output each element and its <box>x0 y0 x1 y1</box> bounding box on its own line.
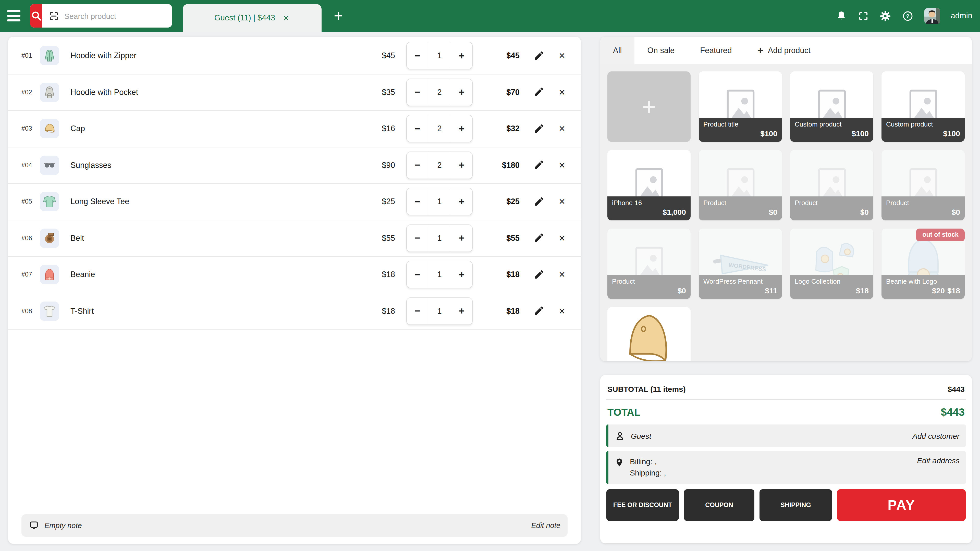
product-name: Product title <box>703 121 777 129</box>
decrease-quantity-button[interactable]: − <box>407 225 428 251</box>
increase-quantity-button[interactable]: + <box>451 225 472 251</box>
quantity-stepper: −2+ <box>406 151 473 179</box>
product-name: Hoodie with Pocket <box>70 88 351 97</box>
add-customer-button[interactable]: Add customer <box>912 431 959 440</box>
unit-price: $55 <box>351 233 395 243</box>
edit-item-button[interactable] <box>533 306 544 317</box>
edit-address-button[interactable]: Edit address <box>917 456 959 465</box>
new-order-tab-button[interactable]: + <box>334 8 343 24</box>
search-input[interactable] <box>64 11 166 20</box>
decrease-quantity-button[interactable]: − <box>407 152 428 179</box>
increase-quantity-button[interactable]: + <box>451 262 472 288</box>
notifications-bell-icon[interactable] <box>835 10 847 22</box>
product-name: Product <box>703 199 777 208</box>
customer-row[interactable]: Guest Add customer <box>606 424 966 447</box>
increase-quantity-button[interactable]: + <box>451 116 472 142</box>
quantity-value: 1 <box>428 298 451 324</box>
remove-item-button[interactable]: × <box>554 50 570 62</box>
total-value: $443 <box>941 406 965 418</box>
tab-all[interactable]: All <box>600 37 635 64</box>
search-button[interactable] <box>30 4 42 27</box>
order-note-bar[interactable]: Empty note Edit note <box>21 514 568 537</box>
settings-gear-icon[interactable] <box>880 10 891 22</box>
product-card[interactable]: Product$0 <box>699 150 782 221</box>
product-label: Custom product$100 <box>790 118 873 142</box>
line-total: $45 <box>473 51 520 60</box>
product-name: WordPress Pennant <box>703 278 777 286</box>
product-card[interactable]: Product title$100 <box>699 71 782 142</box>
increase-quantity-button[interactable]: + <box>451 79 472 106</box>
tab-featured[interactable]: Featured <box>687 37 745 64</box>
remove-item-button[interactable]: × <box>554 123 570 135</box>
increase-quantity-button[interactable]: + <box>451 152 472 179</box>
unit-price: $16 <box>351 124 395 133</box>
order-tab[interactable]: Guest (11) | $443 × <box>183 4 321 32</box>
decrease-quantity-button[interactable]: − <box>407 43 428 69</box>
fullscreen-icon[interactable] <box>858 11 869 21</box>
increase-quantity-button[interactable]: + <box>451 298 472 324</box>
tab-on-sale[interactable]: On sale <box>635 37 687 64</box>
product-price: $20$18 <box>886 286 960 296</box>
pencil-icon <box>533 124 544 134</box>
product-card[interactable]: Custom product$100 <box>790 71 873 142</box>
cart-item-row: #02Hoodie with Pocket$35−2+$70× <box>8 74 581 111</box>
product-card[interactable]: Logo Collection$18 <box>790 229 873 299</box>
product-card[interactable]: Product$0 <box>608 229 690 299</box>
product-label: Beanie with Logo$20$18 <box>881 275 965 299</box>
product-name: Product <box>795 199 869 208</box>
total-label: TOTAL <box>608 407 641 418</box>
product-thumbnail <box>40 229 59 248</box>
item-number: #06 <box>21 235 40 242</box>
edit-item-button[interactable] <box>533 160 544 171</box>
product-card[interactable]: Product$0 <box>881 150 965 221</box>
product-card[interactable] <box>608 307 690 361</box>
close-icon: × <box>559 50 565 62</box>
shipping-button[interactable]: SHIPPING <box>759 489 832 521</box>
fee-or-discount-button[interactable]: FEE OR DISCOUNT <box>606 489 679 521</box>
product-thumbnail <box>40 46 59 65</box>
edit-item-button[interactable] <box>533 233 544 244</box>
plus-icon: + <box>757 44 763 56</box>
close-tab-icon[interactable]: × <box>282 13 290 23</box>
increase-quantity-button[interactable]: + <box>451 43 472 69</box>
user-avatar[interactable] <box>924 8 940 24</box>
remove-item-button[interactable]: × <box>554 305 570 318</box>
remove-item-button[interactable]: × <box>554 86 570 98</box>
product-thumbnail <box>40 192 59 211</box>
close-icon: × <box>559 159 565 171</box>
remove-item-button[interactable]: × <box>554 232 570 245</box>
decrease-quantity-button[interactable]: − <box>407 116 428 142</box>
edit-item-button[interactable] <box>533 87 544 98</box>
barcode-scan-icon[interactable] <box>48 11 59 21</box>
edit-note-button[interactable]: Edit note <box>531 521 561 530</box>
quantity-value: 1 <box>428 43 451 69</box>
product-card[interactable]: Product$0 <box>790 150 873 221</box>
product-card[interactable]: out of stockBeanie with Logo$20$18 <box>881 229 965 299</box>
menu-icon[interactable] <box>7 10 21 21</box>
increase-quantity-button[interactable]: + <box>451 189 472 215</box>
remove-item-button[interactable]: × <box>554 196 570 208</box>
product-price: $0 <box>886 208 960 218</box>
help-icon[interactable]: ? <box>902 10 914 22</box>
edit-item-button[interactable] <box>533 51 544 61</box>
decrease-quantity-button[interactable]: − <box>407 298 428 324</box>
product-label: Logo Collection$18 <box>790 275 873 299</box>
remove-item-button[interactable]: × <box>554 268 570 281</box>
product-name: Belt <box>70 233 351 243</box>
decrease-quantity-button[interactable]: − <box>407 262 428 288</box>
remove-item-button[interactable]: × <box>554 159 570 171</box>
edit-item-button[interactable] <box>533 197 544 207</box>
edit-item-button[interactable] <box>533 269 544 280</box>
product-card[interactable]: iPhone 16$1,000 <box>608 150 690 221</box>
product-card[interactable]: Custom product$100 <box>881 71 965 142</box>
decrease-quantity-button[interactable]: − <box>407 189 428 215</box>
edit-item-button[interactable] <box>533 124 544 134</box>
coupon-button[interactable]: COUPON <box>684 489 754 521</box>
pay-button[interactable]: PAY <box>837 489 966 521</box>
product-card[interactable]: WORDPRESSWordPress Pennant$11 <box>699 229 782 299</box>
add-custom-product-tile[interactable]: + <box>608 71 690 142</box>
address-row[interactable]: Billing: , Shipping: , Edit address <box>606 451 966 484</box>
unit-price: $90 <box>351 161 395 170</box>
add-product-button[interactable]: + Add product <box>745 37 823 64</box>
decrease-quantity-button[interactable]: − <box>407 79 428 106</box>
